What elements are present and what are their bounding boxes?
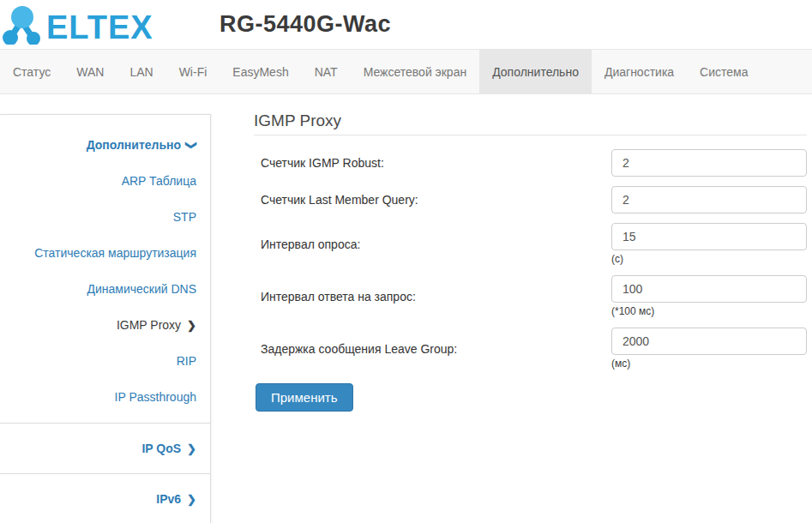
main-panel: IGMP Proxy Счетчик IGMP Robust:Счетчик L… bbox=[211, 94, 812, 412]
sidebar: Дополнительно❯ARP ТаблицаSTPСтатическая … bbox=[0, 94, 211, 523]
query-interval-label: Интервал опроса: bbox=[254, 237, 611, 251]
sidebar-section-header-ipv6[interactable]: IPv6❯ bbox=[0, 481, 210, 517]
tab-статус[interactable]: Статус bbox=[0, 50, 63, 93]
sidebar-item-ip-passthrough[interactable]: IP Passthrough bbox=[0, 379, 210, 415]
form-row-last-member-query-counter: Счетчик Last Member Query: bbox=[254, 186, 807, 213]
sidebar-item-static-routing[interactable]: Статическая маршрутизация bbox=[0, 235, 210, 271]
tab-диагностика[interactable]: Диагностика bbox=[592, 50, 687, 93]
sidebar-section-title: IPv6 bbox=[156, 492, 181, 506]
igmp-proxy-form: Счетчик IGMP Robust:Счетчик Last Member … bbox=[254, 149, 807, 370]
tab-дополнительно[interactable]: Дополнительно bbox=[479, 50, 592, 93]
leave-group-delay-unit-hint: (мс) bbox=[611, 358, 807, 370]
sidebar-item-label: IGMP Proxy bbox=[117, 318, 181, 332]
sidebar-item-stp[interactable]: STP bbox=[0, 199, 210, 235]
sidebar-item-label: RIP bbox=[177, 354, 196, 368]
sidebar-item-label: ARP Таблица bbox=[122, 174, 196, 188]
sidebar-section-title: Дополнительно bbox=[87, 138, 181, 152]
form-row-leave-group-delay: Задержка сообщения Leave Group:(мс) bbox=[254, 328, 807, 370]
chevron-right-icon: ❯ bbox=[187, 320, 196, 331]
leave-group-delay-control: (мс) bbox=[611, 328, 807, 370]
tab-bar: СтатусWANLANWi-FiEasyMeshNATМежсетевой э… bbox=[0, 49, 812, 94]
sidebar-section-ipv6: IPv6❯ bbox=[0, 473, 210, 523]
tab-wan[interactable]: WAN bbox=[63, 50, 117, 93]
sidebar-item-label: Статическая маршрутизация bbox=[34, 246, 196, 260]
eltex-logo: ELTEX bbox=[2, 5, 165, 45]
query-interval-input[interactable] bbox=[611, 223, 807, 250]
header: ELTEX RG-5440G-Wac bbox=[0, 0, 812, 49]
sidebar-item-label: STP bbox=[173, 210, 196, 224]
tab-система[interactable]: Система bbox=[687, 50, 761, 93]
device-model-title: RG-5440G-Wac bbox=[220, 11, 391, 38]
sidebar-section-title: IP QoS bbox=[141, 442, 181, 455]
query-response-interval-unit-hint: (*100 мс) bbox=[611, 305, 807, 318]
sidebar-item-label: IP Passthrough bbox=[115, 390, 196, 404]
page-title: IGMP Proxy bbox=[254, 111, 807, 135]
sidebar-nav: Дополнительно❯ARP ТаблицаSTPСтатическая … bbox=[0, 114, 211, 523]
last-member-query-counter-label: Счетчик Last Member Query: bbox=[254, 193, 611, 207]
tab-межсетевой-экран[interactable]: Межсетевой экран bbox=[351, 50, 480, 93]
sidebar-item-rip[interactable]: RIP bbox=[0, 343, 210, 379]
eltex-logo-text: ELTEX bbox=[46, 9, 153, 45]
tab-lan[interactable]: LAN bbox=[117, 50, 165, 93]
tab-wi-fi[interactable]: Wi-Fi bbox=[166, 50, 220, 93]
sidebar-section-ip-qos: IP QoS❯ bbox=[0, 423, 210, 473]
form-row-igmp-robust-counter: Счетчик IGMP Robust: bbox=[254, 149, 807, 177]
sidebar-section-additional: Дополнительно❯ARP ТаблицаSTPСтатическая … bbox=[0, 114, 210, 423]
igmp-robust-counter-control bbox=[611, 149, 807, 177]
sidebar-item-label: Динамический DNS bbox=[87, 282, 196, 296]
chevron-right-icon: ❯ bbox=[187, 494, 196, 505]
query-response-interval-control: (*100 мс) bbox=[611, 275, 807, 318]
leave-group-delay-label: Задержка сообщения Leave Group: bbox=[254, 342, 611, 356]
sidebar-section-header-additional[interactable]: Дополнительно❯ bbox=[0, 127, 210, 163]
sidebar-section-header-ip-qos[interactable]: IP QoS❯ bbox=[0, 430, 210, 466]
igmp-robust-counter-input[interactable] bbox=[611, 149, 807, 177]
query-response-interval-input[interactable] bbox=[611, 275, 807, 303]
apply-button[interactable]: Применить bbox=[256, 383, 353, 412]
leave-group-delay-input[interactable] bbox=[611, 328, 807, 355]
query-response-interval-label: Интервал ответа на запрос: bbox=[254, 290, 611, 304]
chevron-right-icon: ❯ bbox=[187, 443, 196, 454]
last-member-query-counter-control bbox=[611, 186, 807, 213]
content-area: Дополнительно❯ARP ТаблицаSTPСтатическая … bbox=[0, 94, 812, 523]
chevron-down-icon: ❯ bbox=[186, 141, 197, 150]
tab-easymesh[interactable]: EasyMesh bbox=[220, 50, 301, 93]
last-member-query-counter-input[interactable] bbox=[611, 186, 807, 213]
query-interval-unit-hint: (с) bbox=[611, 253, 807, 266]
eltex-logo-icon: ELTEX bbox=[2, 5, 165, 45]
tab-nat[interactable]: NAT bbox=[302, 50, 351, 93]
form-row-query-interval: Интервал опроса:(с) bbox=[254, 223, 807, 266]
sidebar-item-igmp-proxy[interactable]: IGMP Proxy❯ bbox=[0, 307, 210, 343]
sidebar-item-dynamic-dns[interactable]: Динамический DNS bbox=[0, 271, 210, 307]
igmp-robust-counter-label: Счетчик IGMP Robust: bbox=[254, 156, 611, 170]
form-row-query-response-interval: Интервал ответа на запрос:(*100 мс) bbox=[254, 275, 807, 318]
sidebar-item-arp-table[interactable]: ARP Таблица bbox=[0, 163, 210, 199]
query-interval-control: (с) bbox=[611, 223, 807, 266]
